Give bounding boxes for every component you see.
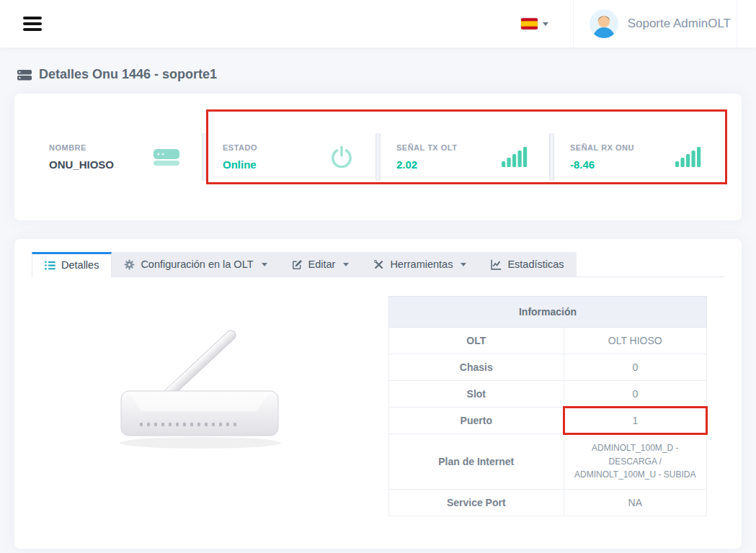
spain-flag-icon xyxy=(521,18,538,30)
tab-label: Detalles xyxy=(61,259,99,271)
stat-value: Online xyxy=(223,158,257,171)
table-row-slot: Slot 0 xyxy=(389,381,707,408)
stat-label: NOMBRE xyxy=(49,143,114,152)
table-row-olt: OLT OLT HIOSO xyxy=(389,328,707,354)
topbar: Soporte AdminOLT xyxy=(0,0,756,48)
tab-bar: Detalles Configuración en la xyxy=(32,252,724,277)
table-row-service-port: Service Port NA xyxy=(389,489,707,516)
row-label: Chasis xyxy=(389,354,564,381)
puerto-value-cell: 1 xyxy=(564,408,706,434)
tab-label: Configuración en la OLT xyxy=(141,258,253,270)
device-icon xyxy=(17,68,32,81)
tab-group: Configuración en la OLT Editar xyxy=(112,252,576,276)
stats-card: NOMBRE ONU_HIOSO ESTADO Online xyxy=(14,94,742,220)
breadcrumb: Detalles Onu 1446 - soporte1 xyxy=(17,67,739,82)
gear-icon xyxy=(124,259,135,270)
row-label: Plan de Internet xyxy=(389,434,564,490)
stat-label: ESTADO xyxy=(223,143,257,152)
info-table-container: Información OLT OLT HIOSO Chasis 0 xyxy=(388,296,707,516)
tab-estadisticas[interactable]: Estadísticas xyxy=(479,252,576,276)
table-row-puerto: Puerto 1 xyxy=(389,408,707,434)
tab-configuracion-olt[interactable]: Configuración en la OLT xyxy=(112,252,279,276)
stat-senal-tx-olt: SEÑAL TX OLT 2.02 xyxy=(381,143,549,171)
onu-product-image xyxy=(33,296,370,516)
row-value: ADMINOLT_100M_D - DESCARGA / ADMINOLT_10… xyxy=(564,434,706,490)
table-header-row: Información xyxy=(389,297,707,328)
stat-value: ONU_HIOSO xyxy=(49,158,114,171)
details-card: Detalles Configuración en la xyxy=(14,239,742,549)
page-title: Detalles Onu 1446 - soporte1 xyxy=(39,67,217,82)
stat-label: SEÑAL RX ONU xyxy=(570,143,634,152)
row-label: Service Port xyxy=(389,489,564,516)
page-content: Detalles Onu 1446 - soporte1 NOMBRE ONU_… xyxy=(0,67,756,549)
tab-detalles[interactable]: Detalles xyxy=(32,252,112,277)
divider xyxy=(202,133,207,181)
row-value: NA xyxy=(564,489,706,516)
tab-herramientas[interactable]: Herramientas xyxy=(361,252,479,276)
table-row-plan: Plan de Internet ADMINOLT_100M_D - DESCA… xyxy=(389,434,707,490)
list-icon xyxy=(45,260,55,271)
table-row-chasis: Chasis 0 xyxy=(389,354,707,381)
tab-label: Editar xyxy=(308,258,336,270)
chart-icon xyxy=(491,259,502,270)
user-menu[interactable]: Soporte AdminOLT xyxy=(573,0,737,48)
row-value: OLT HIOSO xyxy=(564,328,706,354)
divider xyxy=(549,133,554,181)
row-value: 1 xyxy=(632,415,638,426)
stat-label: SEÑAL TX OLT xyxy=(396,143,457,152)
chevron-down-icon xyxy=(461,263,466,266)
table-title: Información xyxy=(389,297,707,328)
tab-label: Estadísticas xyxy=(507,258,564,270)
chevron-down-icon xyxy=(543,22,548,26)
row-label: Slot xyxy=(389,381,564,408)
language-selector[interactable] xyxy=(521,18,548,30)
row-value: 0 xyxy=(564,381,706,408)
tab-editar[interactable]: Editar xyxy=(280,252,362,276)
signal-bars-icon xyxy=(502,147,528,167)
tab-panel-detalles: Información OLT OLT HIOSO Chasis 0 xyxy=(32,277,724,516)
router-device-icon xyxy=(153,147,180,167)
stat-value: -8.46 xyxy=(570,158,634,171)
divider xyxy=(375,133,381,181)
stat-estado: ESTADO Online xyxy=(207,143,375,171)
row-value: 0 xyxy=(564,354,706,381)
stat-value: 2.02 xyxy=(396,158,457,171)
row-label: Puerto xyxy=(389,408,564,434)
power-icon xyxy=(329,145,354,169)
stat-senal-rx-onu: SEÑAL RX ONU -8.46 xyxy=(554,143,723,171)
chevron-down-icon xyxy=(343,263,349,266)
info-table: Información OLT OLT HIOSO Chasis 0 xyxy=(388,296,707,516)
signal-bars-icon xyxy=(675,147,701,167)
tab-label: Herramientas xyxy=(390,258,453,270)
avatar xyxy=(590,9,618,38)
chevron-down-icon xyxy=(262,263,267,266)
edit-icon xyxy=(292,259,303,270)
menu-button[interactable] xyxy=(23,15,45,32)
stat-nombre: NOMBRE ONU_HIOSO xyxy=(33,143,202,171)
tools-icon xyxy=(373,259,384,270)
row-label: OLT xyxy=(389,328,564,354)
user-name: Soporte AdminOLT xyxy=(628,17,731,31)
